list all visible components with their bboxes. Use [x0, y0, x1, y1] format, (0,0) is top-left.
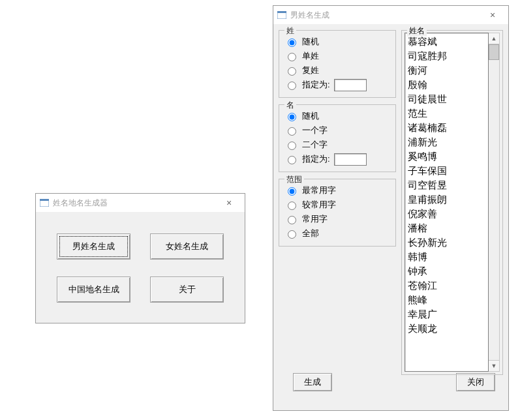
range-radio-common[interactable] [288, 216, 296, 224]
place-name-button[interactable]: 中国地名生成 [57, 277, 130, 303]
range-radio-more[interactable] [288, 202, 296, 210]
surname-legend: 姓 [284, 25, 296, 37]
name-item[interactable]: 奚鸣博 [408, 149, 485, 164]
about-button[interactable]: 关于 [150, 277, 224, 303]
name-item[interactable]: 衡河 [408, 63, 485, 78]
svg-rect-1 [40, 199, 49, 201]
given-option-one[interactable]: 一个字 [284, 123, 390, 138]
names-scrollbar[interactable]: ▲ ▼ [489, 33, 500, 372]
range-option-most[interactable]: 最常用字 [284, 183, 390, 198]
generator-title: 男姓名生成 [290, 10, 329, 21]
name-item[interactable]: 司寇胜邦 [408, 49, 485, 63]
range-option-more[interactable]: 较常用字 [284, 198, 390, 212]
surname-radio-random[interactable] [288, 38, 296, 47]
name-item[interactable]: 司空哲昱 [408, 178, 485, 192]
given-radio-specify[interactable] [288, 156, 296, 164]
female-name-button[interactable]: 女姓名生成 [150, 233, 224, 260]
surname-option-random[interactable]: 随机 [284, 35, 390, 49]
scroll-thumb[interactable] [489, 44, 499, 60]
name-item[interactable]: 苍翰江 [408, 278, 485, 293]
given-radio-two[interactable] [288, 142, 296, 150]
name-item[interactable]: 韩博 [408, 250, 485, 264]
range-legend: 范围 [284, 174, 304, 185]
name-item[interactable]: 司徒晨世 [408, 92, 485, 106]
name-item[interactable]: 殷翰 [408, 78, 485, 92]
surname-option-compound[interactable]: 复姓 [284, 63, 390, 78]
main-titlebar: 姓名地名生成器 × [36, 194, 245, 212]
surname-option-specify[interactable]: 指定为: [284, 78, 390, 92]
name-item[interactable]: 钟承 [408, 264, 485, 278]
given-option-two[interactable]: 二个字 [284, 138, 390, 152]
scroll-up-button[interactable]: ▲ [489, 33, 499, 44]
surname-radio-compound[interactable] [288, 67, 296, 76]
surname-radio-specify[interactable] [288, 82, 296, 90]
given-group: 名 随机 一个字 二个字 指定为: [279, 104, 396, 172]
names-group: 姓名 慕容斌司寇胜邦衡河殷翰司徒晨世范生诸葛楠磊浦新光奚鸣博子车保国司空哲昱皇甫… [401, 30, 503, 375]
name-item[interactable]: 关顺龙 [408, 322, 485, 336]
name-item[interactable]: 幸晨广 [408, 307, 485, 322]
form-icon [277, 11, 286, 19]
name-item[interactable]: 子车保国 [408, 164, 485, 178]
male-name-button[interactable]: 男姓名生成 [57, 233, 130, 260]
generator-titlebar: 男姓名生成 × [273, 6, 508, 24]
given-legend: 名 [284, 100, 296, 111]
given-option-specify[interactable]: 指定为: [284, 152, 390, 166]
generator-window: 男姓名生成 × 姓 随机 单姓 复姓 指定为: 名 随机 一个字 二个字 [273, 5, 509, 411]
surname-option-single[interactable]: 单姓 [284, 49, 390, 63]
given-radio-random[interactable] [288, 113, 296, 121]
names-legend: 姓名 [407, 25, 427, 37]
scroll-down-button[interactable]: ▼ [489, 360, 499, 371]
range-option-all[interactable]: 全部 [284, 226, 390, 241]
name-item[interactable]: 浦新光 [408, 135, 485, 149]
generator-close-button[interactable]: × [480, 7, 506, 23]
name-item[interactable]: 皇甫振朗 [408, 192, 485, 207]
surname-radio-single[interactable] [288, 53, 296, 61]
range-group: 范围 最常用字 较常用字 常用字 全部 [279, 179, 396, 247]
given-specify-input[interactable] [334, 153, 367, 166]
main-title: 姓名地名生成器 [53, 198, 108, 209]
surname-group: 姓 随机 单姓 复姓 指定为: [279, 30, 396, 98]
name-item[interactable]: 诸葛楠磊 [408, 121, 485, 135]
name-item[interactable]: 长孙新光 [408, 235, 485, 250]
main-window: 姓名地名生成器 × 男姓名生成 女姓名生成 中国地名生成 关于 [35, 193, 245, 323]
name-item[interactable]: 慕容斌 [408, 35, 485, 49]
form-icon [40, 199, 49, 207]
name-item[interactable]: 倪家善 [408, 207, 485, 221]
main-close-button[interactable]: × [216, 195, 242, 211]
range-radio-all[interactable] [288, 230, 296, 239]
generate-button[interactable]: 生成 [293, 373, 332, 391]
scroll-track[interactable] [489, 60, 499, 360]
range-radio-most[interactable] [288, 187, 296, 196]
name-item[interactable]: 范生 [408, 106, 485, 121]
close-button[interactable]: 关闭 [456, 373, 495, 391]
given-radio-one[interactable] [288, 127, 296, 136]
name-item[interactable]: 熊峰 [408, 293, 485, 307]
range-option-common[interactable]: 常用字 [284, 212, 390, 226]
names-list[interactable]: 慕容斌司寇胜邦衡河殷翰司徒晨世范生诸葛楠磊浦新光奚鸣博子车保国司空哲昱皇甫振朗倪… [405, 33, 489, 372]
given-option-random[interactable]: 随机 [284, 109, 390, 123]
surname-specify-input[interactable] [334, 79, 367, 91]
svg-rect-3 [277, 11, 286, 13]
name-item[interactable]: 潘榕 [408, 221, 485, 235]
